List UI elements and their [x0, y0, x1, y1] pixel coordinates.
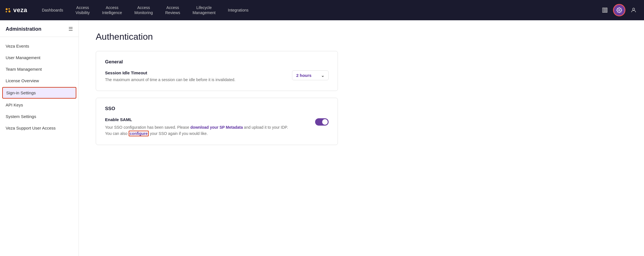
download-sp-metadata-link[interactable]: download your SP Metadata: [190, 125, 243, 130]
svg-rect-1: [604, 8, 606, 13]
toggle-thumb: [322, 119, 328, 125]
nav-access-visibility[interactable]: Access Visibility: [69, 0, 96, 20]
sidebar-item-api-keys[interactable]: API Keys: [0, 99, 79, 111]
nav-lifecycle-management[interactable]: Lifecycle Management: [186, 0, 222, 20]
session-idle-info: Session Idle Timeout The maximum amount …: [105, 70, 284, 83]
svg-rect-0: [603, 8, 604, 13]
sidebar-nav: Veza Events User Management Team Managem…: [0, 37, 79, 137]
toggle-track: [315, 118, 329, 126]
gear-icon: [616, 7, 622, 13]
general-section-title: General: [105, 59, 329, 65]
sidebar-title: Administration: [6, 26, 41, 32]
navbar: veza Dashboards Access Visibility Access…: [0, 0, 644, 20]
library-icon: [602, 7, 608, 13]
sidebar-item-sign-in-settings[interactable]: Sign-in Settings: [2, 87, 76, 99]
saml-info: Enable SAML Your SSO configuration has b…: [105, 117, 309, 137]
svg-rect-2: [606, 8, 607, 13]
sso-card: SSO Enable SAML Your SSO configuration h…: [96, 98, 338, 145]
session-idle-timeout-row: Session Idle Timeout The maximum amount …: [105, 70, 329, 83]
session-idle-control: 2 hours ⌄: [289, 70, 329, 80]
nav-access-reviews[interactable]: Access Reviews: [159, 0, 186, 20]
nav-integrations[interactable]: Integrations: [222, 0, 255, 20]
page-title: Authentication: [96, 32, 627, 42]
settings-button[interactable]: [613, 4, 625, 16]
dot4: [8, 10, 10, 12]
sidebar-item-user-management[interactable]: User Management: [0, 52, 79, 63]
app-body: Administration ☰ Veza Events User Manage…: [0, 20, 644, 256]
sidebar-menu-button[interactable]: ☰: [68, 26, 73, 32]
sidebar: Administration ☰ Veza Events User Manage…: [0, 20, 79, 256]
user-icon: [630, 7, 637, 13]
user-button[interactable]: [629, 5, 638, 15]
saml-desc-part4: your SSO again if you would like.: [149, 131, 208, 136]
sidebar-item-team-management[interactable]: Team Management: [0, 63, 79, 75]
chevron-down-icon: ⌄: [321, 73, 324, 78]
brand-icon: [6, 8, 10, 12]
sidebar-item-license-overview[interactable]: License Overview: [0, 75, 79, 86]
brand-logo[interactable]: veza: [6, 6, 27, 14]
sidebar-item-veza-events[interactable]: Veza Events: [0, 40, 79, 52]
sidebar-header: Administration ☰: [0, 20, 79, 37]
timeout-dropdown[interactable]: 2 hours ⌄: [292, 70, 329, 80]
session-idle-label: Session Idle Timeout: [105, 70, 284, 75]
dot3: [8, 8, 10, 10]
nav-access-monitoring[interactable]: Access Monitoring: [128, 0, 159, 20]
sidebar-item-veza-support-user-access[interactable]: Veza Support User Access: [0, 122, 79, 134]
brand-name: veza: [13, 6, 27, 14]
saml-desc-part1: Your SSO configuration has been saved. P…: [105, 125, 190, 130]
svg-point-4: [632, 8, 634, 10]
nav-links: Dashboards Access Visibility Access Inte…: [36, 0, 600, 20]
saml-desc-part2: and upload it to your IDP.: [243, 125, 288, 130]
dot1: [6, 8, 8, 10]
sidebar-item-system-settings[interactable]: System Settings: [0, 111, 79, 122]
library-icon-button[interactable]: [600, 5, 610, 15]
configure-link[interactable]: configure: [129, 131, 149, 136]
main-content: Authentication General Session Idle Time…: [79, 20, 644, 256]
saml-desc-part3: You can also: [105, 131, 129, 136]
saml-label: Enable SAML: [105, 117, 309, 122]
nav-actions: [600, 4, 638, 16]
enable-saml-row: Enable SAML Your SSO configuration has b…: [105, 117, 329, 137]
general-card: General Session Idle Timeout The maximum…: [96, 51, 338, 91]
saml-description: Your SSO configuration has been saved. P…: [105, 124, 309, 137]
dot2: [6, 11, 7, 12]
svg-point-3: [619, 10, 620, 11]
nav-dashboards[interactable]: Dashboards: [36, 0, 70, 20]
saml-toggle[interactable]: [315, 118, 329, 126]
saml-toggle-container: [315, 117, 329, 126]
session-idle-description: The maximum amount of time a session can…: [105, 77, 284, 83]
nav-access-intelligence[interactable]: Access Intelligence: [96, 0, 128, 20]
sso-section-title: SSO: [105, 106, 329, 112]
timeout-value: 2 hours: [296, 73, 311, 78]
